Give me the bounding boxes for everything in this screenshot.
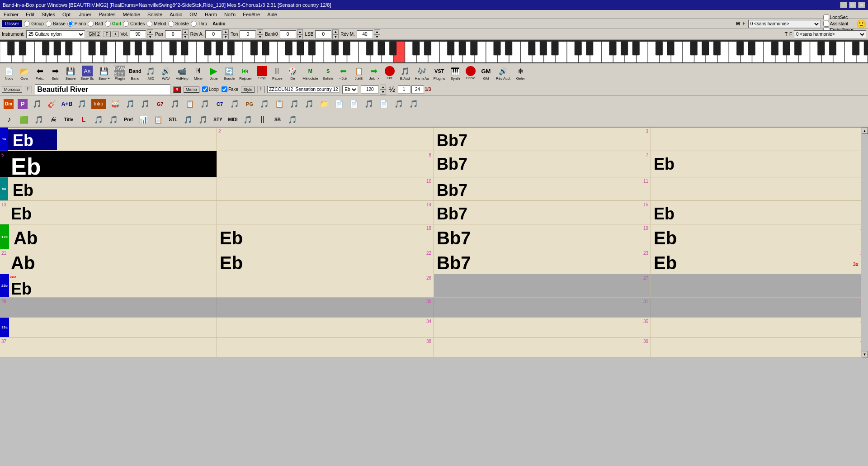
tb2-icon21[interactable]: 🎵 [302, 97, 316, 111]
batt-radio[interactable]: Batt [88, 21, 103, 27]
sauve-button[interactable]: 💾 Sauve [63, 64, 78, 82]
lsb-down[interactable]: ▼ [332, 34, 339, 39]
sauvplus-button[interactable]: 💾 Sauv + [97, 64, 112, 82]
group-radio[interactable]: Group [24, 21, 44, 27]
loopsec-checkbox[interactable]: LoopSec [823, 14, 854, 20]
tb2-p[interactable]: P [16, 98, 29, 110]
mid-button[interactable]: 🎵 .MID [143, 64, 158, 82]
bar-13-cell[interactable]: 13 Eb [0, 201, 217, 224]
half-tempo-icon[interactable]: ½ [389, 86, 395, 94]
f-button[interactable]: F [103, 31, 110, 37]
tb3-title[interactable]: Title [61, 113, 76, 126]
bar-17b-cell[interactable]: 17b Ab [0, 224, 217, 249]
suiv-button[interactable]: ➡ Suiv [48, 64, 62, 82]
juk-prev-button[interactable]: ⬅ <Juk [336, 64, 351, 82]
bar-23-cell[interactable]: 23 Bb7 [434, 249, 651, 274]
boucle-button[interactable]: 🔄 Boucle [222, 64, 236, 82]
menu-notn[interactable]: Not'n [221, 11, 239, 18]
tb2-icon9[interactable]: 🎵 [123, 97, 137, 111]
menu-audio[interactable]: Audio [166, 11, 186, 18]
tb3-midi[interactable]: MIDI [226, 113, 240, 126]
bar-31-cell[interactable]: 31 [434, 298, 651, 317]
reva-input[interactable] [205, 30, 222, 38]
piano-radio[interactable]: Piano [67, 21, 86, 27]
tb2-icon10[interactable]: 🎵 [138, 97, 152, 111]
tb2-icon13[interactable]: 📋 [183, 97, 197, 111]
scroll-down-button[interactable]: ▼ [862, 351, 868, 357]
menu-jouer[interactable]: Jouer [75, 11, 95, 18]
menu-gm[interactable]: GM [186, 11, 201, 18]
bar-25b-cell[interactable]: 25b end Eb [0, 274, 217, 297]
eaud-button[interactable]: 🎵 E.Aud [398, 64, 412, 82]
bar-28-cell[interactable]: 28 [651, 274, 868, 297]
menu-paroles[interactable]: Paroles [95, 11, 119, 18]
tb2-icon14[interactable]: 🎵 [198, 97, 212, 111]
lsb-input[interactable] [315, 30, 331, 38]
tb2-icon24[interactable]: 📄 [347, 97, 361, 111]
revaud-button[interactable]: 🔊 Rév Aud. [494, 64, 512, 82]
ton-down[interactable]: ▼ [257, 34, 263, 39]
start-measure-input[interactable] [398, 86, 410, 94]
stop-button[interactable]: Stop [255, 65, 269, 81]
bar-20-cell[interactable]: 20 Eb [651, 224, 868, 249]
ton-input[interactable] [240, 30, 256, 38]
menu-styles[interactable]: Styles [38, 11, 59, 18]
wav-button[interactable]: 🔊 WAV [159, 64, 173, 82]
bar-3-cell[interactable]: 3 Bb7 [434, 128, 651, 151]
tb3-icon17[interactable]: 🎵 [241, 113, 255, 126]
bar-1a-cell[interactable]: 1a Eb [0, 128, 217, 151]
bar-15-cell[interactable]: 15 Bb7 [434, 201, 651, 224]
bar-7-cell[interactable]: 7 Bb7 [434, 151, 651, 177]
tb3-pref[interactable]: Pref [121, 113, 136, 126]
minimize-button[interactable]: _ [840, 2, 847, 8]
vidhelp-button[interactable]: 📹 VidHelp [174, 64, 190, 82]
style-input[interactable] [267, 86, 340, 93]
tb2-g7[interactable]: G7 [153, 97, 167, 111]
tb3-note[interactable]: ♪ [2, 113, 16, 126]
bank0-down[interactable]: ▼ [297, 34, 303, 39]
pan-up[interactable]: ▲ [182, 29, 189, 34]
bar-18-cell[interactable]: 18 Eb [217, 224, 434, 249]
melod-radio[interactable]: Mélod [146, 21, 166, 27]
tb3-icon10[interactable]: 📊 [136, 113, 151, 126]
bar-29-cell[interactable]: 29 [0, 298, 217, 317]
bar-39-cell[interactable]: 39 [434, 338, 651, 357]
bar-34-cell[interactable]: 34 [217, 318, 434, 337]
vol-input[interactable] [130, 30, 146, 38]
bar-33a-cell[interactable]: 33a [0, 318, 217, 337]
menu-melodie[interactable]: Mélodie [119, 11, 144, 18]
menu-aide[interactable]: Aide [264, 11, 281, 18]
jukb-button[interactable]: 📋 JukB [352, 64, 366, 82]
tb3-icon3[interactable]: 🎵 [32, 113, 46, 126]
bar-27-cell[interactable]: 27 [434, 274, 651, 297]
menu-opt[interactable]: Opt. [59, 11, 75, 18]
tb3-icon2[interactable]: 🟩 [17, 113, 31, 126]
tb2-intro[interactable]: Intro [90, 98, 108, 110]
bar-11-cell[interactable]: 11 Bb7 [434, 177, 651, 200]
bank0-input[interactable] [280, 30, 296, 38]
assistant-checkbox[interactable]: Assistant [823, 21, 854, 27]
style-button[interactable]: Style [241, 86, 255, 93]
bar-5-cell[interactable]: 5 Eb [0, 151, 217, 177]
tb2-icon23[interactable]: 📄 [332, 97, 346, 111]
geler-button[interactable]: ❄ Geler [513, 64, 528, 82]
plugins-button[interactable]: VST Plugins [432, 64, 447, 82]
tb2-icon28[interactable]: 🎵 [406, 97, 421, 111]
bar-30-cell[interactable]: 30 [217, 298, 434, 317]
tb2-icon19[interactable]: 📋 [272, 97, 287, 111]
tb2-realdrums[interactable]: Dm [2, 98, 15, 110]
bar-8-cell[interactable]: 8 Eb [651, 151, 868, 177]
f-style-button[interactable]: F [257, 86, 264, 93]
bar-37-cell[interactable]: 37 [0, 338, 217, 357]
bar-22-cell[interactable]: 22 Eb [217, 249, 434, 274]
revm-up[interactable]: ▲ [374, 29, 380, 34]
tb2-icon12[interactable]: 🎵 [168, 97, 182, 111]
rejouer-button[interactable]: ⏮ Rejouer [237, 64, 254, 82]
cordes-radio[interactable]: Cordes [123, 21, 145, 27]
gm-button[interactable]: GM GM [479, 64, 493, 82]
tb2-icon18[interactable]: 🎵 [257, 97, 272, 111]
bar-6-cell[interactable]: 6 [217, 151, 434, 177]
bar-9a-cell[interactable]: 9a Eb [0, 177, 217, 200]
f-morceau-button[interactable]: F [25, 86, 32, 93]
key-select[interactable]: Eb [342, 86, 358, 94]
